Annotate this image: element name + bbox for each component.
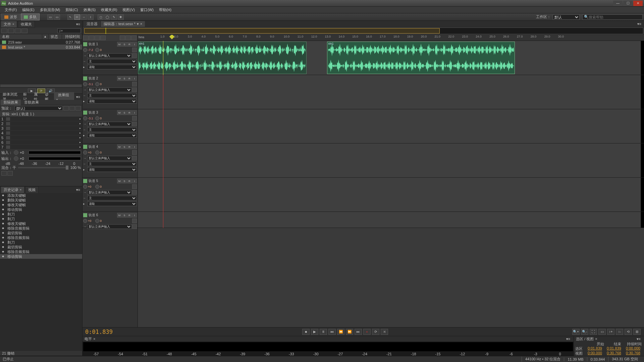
arm-button[interactable]: R [127, 42, 132, 47]
input-select[interactable]: 默认立体声输入 [87, 53, 132, 58]
track-lane[interactable]: xin1xin1 [138, 41, 644, 75]
rec-button[interactable] [132, 82, 137, 86]
mute-button[interactable]: M [117, 76, 122, 81]
input-select[interactable]: 默认立体声输入 [87, 224, 132, 229]
volume-knob[interactable] [83, 48, 87, 52]
history-row[interactable]: ◆裁切剪辑 [0, 231, 82, 235]
skip-button[interactable]: ⤭ [381, 329, 388, 335]
monitor-button[interactable]: I [132, 42, 137, 47]
tab-levels[interactable]: 电平 [85, 337, 92, 342]
pan-knob[interactable] [95, 48, 99, 52]
fx-slot[interactable]: 6▸ [0, 140, 82, 145]
history-row[interactable]: ◆移除音频剪辑 [0, 226, 82, 231]
sel-value[interactable]: 0:01.839 [585, 346, 604, 351]
zoom-in-button[interactable]: 🔍+ [572, 329, 580, 335]
menu-window[interactable]: 窗口(W) [138, 7, 156, 13]
rtz-button[interactable]: ⏮ [328, 329, 336, 335]
fx-power-icon[interactable] [6, 136, 10, 139]
history-row[interactable]: ◆移动剪辑 [0, 207, 82, 212]
track-header[interactable]: 轨道 2MSRI-3.10→默认立体声输入←主▸读取 [83, 75, 138, 109]
solo-button[interactable]: S [122, 76, 127, 81]
history-row[interactable]: ◆剃刀 [0, 212, 82, 217]
search-box[interactable]: 🔍 [582, 14, 643, 20]
fx-slot[interactable]: 2▸ [0, 121, 82, 126]
zoom-sel-button[interactable]: ▭ [598, 329, 606, 335]
th-btn-2[interactable] [89, 36, 94, 40]
rec-button[interactable] [132, 116, 137, 121]
rec-button[interactable] [132, 150, 137, 155]
track-lane[interactable] [138, 143, 644, 178]
record-button[interactable]: ● [363, 329, 371, 335]
output-gain-knob[interactable] [14, 156, 18, 161]
automation-select[interactable]: 读取 [87, 65, 137, 69]
track-color-icon[interactable] [83, 42, 87, 46]
monitor-button[interactable]: I [132, 144, 137, 149]
history-row[interactable]: ◆修改关键帧 [0, 221, 82, 226]
zoom-in-v-button[interactable]: ↕+ [607, 329, 614, 335]
fx-slot[interactable]: 7▸ [0, 145, 82, 149]
track-header[interactable]: 轨道 6MSRI+00→默认立体声输入 [83, 212, 138, 228]
solo-button[interactable]: S [122, 179, 127, 183]
audio-clip[interactable]: xin1 [327, 42, 515, 74]
track-lane[interactable] [138, 178, 644, 212]
track-color-icon[interactable] [83, 111, 87, 115]
volume-knob[interactable] [83, 82, 87, 86]
rec-button[interactable] [132, 184, 137, 189]
history-row[interactable]: ◆裁切剪辑 [0, 245, 82, 249]
input-select[interactable]: 默认立体声输入 [87, 190, 132, 195]
input-mono-button[interactable] [132, 156, 137, 161]
menu-clip[interactable]: 剪辑(C) [63, 7, 80, 13]
fx-slot[interactable]: 3▸ [0, 126, 82, 131]
zoom-out-button[interactable]: 🔍- [581, 329, 588, 335]
new-file-button[interactable] [1, 28, 7, 33]
mode-waveform[interactable]: 波形 [1, 13, 20, 20]
rec-button[interactable] [132, 48, 137, 52]
mix-slider[interactable] [18, 167, 68, 168]
input-mono-button[interactable] [132, 53, 137, 58]
arm-button[interactable]: R [127, 179, 132, 183]
arm-button[interactable]: R [127, 110, 132, 115]
menu-effects[interactable]: 效果(S) [81, 7, 99, 13]
history-row[interactable]: ◆移除音频剪辑 [0, 235, 82, 240]
automation-select[interactable]: 读取 [87, 201, 137, 206]
tool-brush[interactable]: ✎ [111, 14, 117, 20]
preset-save-button[interactable] [63, 106, 69, 111]
maximize-button[interactable]: ☐ [623, 1, 633, 6]
sel-value[interactable]: 0:00.000 [585, 351, 604, 356]
menu-multitrack[interactable]: 多轨混音(M) [37, 7, 63, 13]
track-lane[interactable] [138, 212, 644, 228]
tab-mixer[interactable]: 混音器 [84, 21, 100, 27]
solo-button[interactable]: S [122, 110, 127, 115]
preset-delete-button[interactable] [69, 106, 75, 111]
fx-power-icon[interactable] [6, 117, 10, 121]
track-lane[interactable] [138, 75, 644, 109]
overview-bar[interactable] [83, 27, 643, 34]
automation-select[interactable]: 读取 [87, 133, 137, 138]
monitor-button[interactable]: I [132, 179, 137, 183]
output-select[interactable]: 主 [87, 162, 137, 166]
panel-menu-icon[interactable]: ▾≡ [75, 95, 82, 99]
input-mono-button[interactable] [132, 224, 137, 229]
output-select[interactable]: 主 [87, 196, 137, 200]
track-color-icon[interactable] [83, 213, 87, 217]
tool-rect2[interactable]: ▭ [54, 14, 60, 20]
tool-heal[interactable]: ✚ [118, 14, 124, 20]
history-row[interactable]: ◆添加关键帧 [0, 193, 82, 198]
output-select[interactable]: 主 [87, 93, 137, 98]
history-row[interactable]: ◆移除音频剪辑 [0, 249, 82, 254]
automation-select[interactable]: 读取 [87, 167, 137, 172]
fx-power-icon[interactable] [6, 127, 10, 130]
col-duration[interactable]: 持续时间 [62, 34, 82, 39]
track-lane[interactable] [138, 109, 644, 143]
history-row[interactable]: ◆修改关键帧 [0, 202, 82, 207]
mode-multitrack[interactable]: 多轨 [21, 13, 40, 20]
output-select[interactable]: 主 [87, 127, 137, 132]
menu-view[interactable]: 视图(V) [120, 7, 138, 13]
input-select[interactable]: 默认立体声输入 [87, 156, 132, 161]
menu-edit[interactable]: 编辑(E) [19, 7, 37, 13]
subtab-trackfx[interactable]: 音轨效果 [21, 100, 42, 105]
search-input[interactable] [589, 15, 641, 19]
output-select[interactable]: 主 [87, 59, 137, 64]
tab-video[interactable]: 视频 [25, 186, 39, 193]
track-color-icon[interactable] [83, 145, 87, 149]
